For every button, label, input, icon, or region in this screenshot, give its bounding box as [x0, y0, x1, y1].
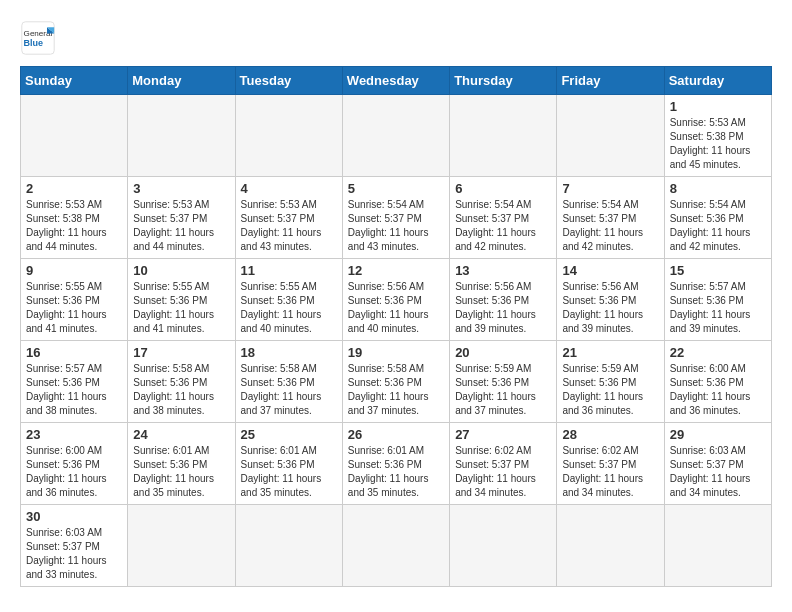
calendar-cell [342, 505, 449, 587]
calendar-cell: 3Sunrise: 5:53 AM Sunset: 5:37 PM Daylig… [128, 177, 235, 259]
day-info: Sunrise: 5:59 AM Sunset: 5:36 PM Dayligh… [562, 362, 658, 418]
day-info: Sunrise: 5:53 AM Sunset: 5:37 PM Dayligh… [133, 198, 229, 254]
day-info: Sunrise: 6:03 AM Sunset: 5:37 PM Dayligh… [670, 444, 766, 500]
header-friday: Friday [557, 67, 664, 95]
calendar-cell: 30Sunrise: 6:03 AM Sunset: 5:37 PM Dayli… [21, 505, 128, 587]
calendar-cell: 21Sunrise: 5:59 AM Sunset: 5:36 PM Dayli… [557, 341, 664, 423]
day-number: 27 [455, 427, 551, 442]
day-info: Sunrise: 5:54 AM Sunset: 5:36 PM Dayligh… [670, 198, 766, 254]
calendar-cell: 2Sunrise: 5:53 AM Sunset: 5:38 PM Daylig… [21, 177, 128, 259]
calendar-cell: 22Sunrise: 6:00 AM Sunset: 5:36 PM Dayli… [664, 341, 771, 423]
day-info: Sunrise: 5:58 AM Sunset: 5:36 PM Dayligh… [133, 362, 229, 418]
day-number: 16 [26, 345, 122, 360]
day-info: Sunrise: 6:02 AM Sunset: 5:37 PM Dayligh… [562, 444, 658, 500]
day-number: 22 [670, 345, 766, 360]
logo-icon: General Blue [20, 20, 56, 56]
calendar-cell: 20Sunrise: 5:59 AM Sunset: 5:36 PM Dayli… [450, 341, 557, 423]
day-number: 29 [670, 427, 766, 442]
calendar-cell [450, 505, 557, 587]
day-number: 11 [241, 263, 337, 278]
header-thursday: Thursday [450, 67, 557, 95]
calendar-cell: 19Sunrise: 5:58 AM Sunset: 5:36 PM Dayli… [342, 341, 449, 423]
calendar-cell: 24Sunrise: 6:01 AM Sunset: 5:36 PM Dayli… [128, 423, 235, 505]
calendar-cell: 8Sunrise: 5:54 AM Sunset: 5:36 PM Daylig… [664, 177, 771, 259]
calendar-cell: 26Sunrise: 6:01 AM Sunset: 5:36 PM Dayli… [342, 423, 449, 505]
day-number: 26 [348, 427, 444, 442]
day-info: Sunrise: 5:53 AM Sunset: 5:38 PM Dayligh… [26, 198, 122, 254]
calendar-cell [128, 505, 235, 587]
calendar-week-6: 30Sunrise: 6:03 AM Sunset: 5:37 PM Dayli… [21, 505, 772, 587]
day-number: 23 [26, 427, 122, 442]
day-info: Sunrise: 5:55 AM Sunset: 5:36 PM Dayligh… [241, 280, 337, 336]
calendar-cell: 12Sunrise: 5:56 AM Sunset: 5:36 PM Dayli… [342, 259, 449, 341]
day-info: Sunrise: 5:59 AM Sunset: 5:36 PM Dayligh… [455, 362, 551, 418]
day-number: 21 [562, 345, 658, 360]
calendar-cell: 7Sunrise: 5:54 AM Sunset: 5:37 PM Daylig… [557, 177, 664, 259]
header-monday: Monday [128, 67, 235, 95]
calendar-cell [450, 95, 557, 177]
day-number: 15 [670, 263, 766, 278]
logo: General Blue [20, 20, 62, 56]
day-number: 3 [133, 181, 229, 196]
day-info: Sunrise: 5:56 AM Sunset: 5:36 PM Dayligh… [455, 280, 551, 336]
day-number: 5 [348, 181, 444, 196]
calendar-cell: 27Sunrise: 6:02 AM Sunset: 5:37 PM Dayli… [450, 423, 557, 505]
day-info: Sunrise: 6:03 AM Sunset: 5:37 PM Dayligh… [26, 526, 122, 582]
calendar-cell: 14Sunrise: 5:56 AM Sunset: 5:36 PM Dayli… [557, 259, 664, 341]
day-info: Sunrise: 5:54 AM Sunset: 5:37 PM Dayligh… [562, 198, 658, 254]
day-number: 2 [26, 181, 122, 196]
calendar-cell [128, 95, 235, 177]
day-info: Sunrise: 5:55 AM Sunset: 5:36 PM Dayligh… [26, 280, 122, 336]
day-info: Sunrise: 6:01 AM Sunset: 5:36 PM Dayligh… [348, 444, 444, 500]
calendar-week-4: 16Sunrise: 5:57 AM Sunset: 5:36 PM Dayli… [21, 341, 772, 423]
calendar-cell: 5Sunrise: 5:54 AM Sunset: 5:37 PM Daylig… [342, 177, 449, 259]
day-number: 7 [562, 181, 658, 196]
calendar-cell: 9Sunrise: 5:55 AM Sunset: 5:36 PM Daylig… [21, 259, 128, 341]
calendar-cell: 29Sunrise: 6:03 AM Sunset: 5:37 PM Dayli… [664, 423, 771, 505]
calendar-cell: 25Sunrise: 6:01 AM Sunset: 5:36 PM Dayli… [235, 423, 342, 505]
calendar-cell [235, 505, 342, 587]
day-info: Sunrise: 5:55 AM Sunset: 5:36 PM Dayligh… [133, 280, 229, 336]
calendar: SundayMondayTuesdayWednesdayThursdayFrid… [20, 66, 772, 587]
day-number: 28 [562, 427, 658, 442]
day-info: Sunrise: 5:54 AM Sunset: 5:37 PM Dayligh… [455, 198, 551, 254]
calendar-cell: 16Sunrise: 5:57 AM Sunset: 5:36 PM Dayli… [21, 341, 128, 423]
day-info: Sunrise: 5:54 AM Sunset: 5:37 PM Dayligh… [348, 198, 444, 254]
day-number: 24 [133, 427, 229, 442]
calendar-header-row: SundayMondayTuesdayWednesdayThursdayFrid… [21, 67, 772, 95]
day-number: 20 [455, 345, 551, 360]
calendar-week-3: 9Sunrise: 5:55 AM Sunset: 5:36 PM Daylig… [21, 259, 772, 341]
calendar-cell [342, 95, 449, 177]
calendar-cell: 11Sunrise: 5:55 AM Sunset: 5:36 PM Dayli… [235, 259, 342, 341]
svg-text:Blue: Blue [24, 38, 44, 48]
day-number: 25 [241, 427, 337, 442]
day-info: Sunrise: 5:58 AM Sunset: 5:36 PM Dayligh… [241, 362, 337, 418]
day-info: Sunrise: 6:00 AM Sunset: 5:36 PM Dayligh… [670, 362, 766, 418]
day-info: Sunrise: 6:01 AM Sunset: 5:36 PM Dayligh… [241, 444, 337, 500]
day-number: 9 [26, 263, 122, 278]
calendar-cell: 15Sunrise: 5:57 AM Sunset: 5:36 PM Dayli… [664, 259, 771, 341]
day-number: 1 [670, 99, 766, 114]
day-info: Sunrise: 5:57 AM Sunset: 5:36 PM Dayligh… [670, 280, 766, 336]
day-info: Sunrise: 6:01 AM Sunset: 5:36 PM Dayligh… [133, 444, 229, 500]
calendar-week-5: 23Sunrise: 6:00 AM Sunset: 5:36 PM Dayli… [21, 423, 772, 505]
day-number: 18 [241, 345, 337, 360]
calendar-cell: 23Sunrise: 6:00 AM Sunset: 5:36 PM Dayli… [21, 423, 128, 505]
day-info: Sunrise: 5:53 AM Sunset: 5:38 PM Dayligh… [670, 116, 766, 172]
day-info: Sunrise: 6:00 AM Sunset: 5:36 PM Dayligh… [26, 444, 122, 500]
day-info: Sunrise: 5:58 AM Sunset: 5:36 PM Dayligh… [348, 362, 444, 418]
day-number: 6 [455, 181, 551, 196]
calendar-cell [664, 505, 771, 587]
day-number: 14 [562, 263, 658, 278]
day-info: Sunrise: 6:02 AM Sunset: 5:37 PM Dayligh… [455, 444, 551, 500]
calendar-cell: 28Sunrise: 6:02 AM Sunset: 5:37 PM Dayli… [557, 423, 664, 505]
calendar-cell: 1Sunrise: 5:53 AM Sunset: 5:38 PM Daylig… [664, 95, 771, 177]
calendar-cell: 10Sunrise: 5:55 AM Sunset: 5:36 PM Dayli… [128, 259, 235, 341]
calendar-cell: 17Sunrise: 5:58 AM Sunset: 5:36 PM Dayli… [128, 341, 235, 423]
calendar-cell [557, 505, 664, 587]
header-saturday: Saturday [664, 67, 771, 95]
day-info: Sunrise: 5:53 AM Sunset: 5:37 PM Dayligh… [241, 198, 337, 254]
calendar-week-2: 2Sunrise: 5:53 AM Sunset: 5:38 PM Daylig… [21, 177, 772, 259]
calendar-week-1: 1Sunrise: 5:53 AM Sunset: 5:38 PM Daylig… [21, 95, 772, 177]
calendar-cell: 4Sunrise: 5:53 AM Sunset: 5:37 PM Daylig… [235, 177, 342, 259]
